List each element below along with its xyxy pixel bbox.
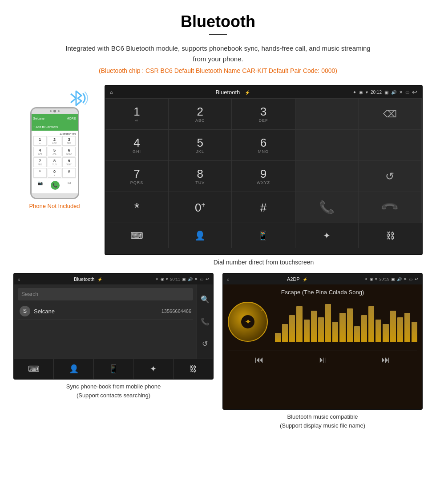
dial-key-6[interactable]: 6 MNO bbox=[232, 130, 295, 161]
main-content-area: Seicane MORE + Add to Contacts 135666644… bbox=[0, 85, 436, 266]
nav-bluetooth-icon[interactable]: ✦ bbox=[295, 223, 359, 248]
phonebook-main: Search S Seicane 13566664466 bbox=[14, 284, 197, 359]
dial-time: 20:12 bbox=[371, 90, 382, 95]
nav-contacts-icon[interactable]: 👤 bbox=[169, 223, 232, 248]
phonebook-status-bar: ⌂ Bluetooth ⚡ ✦◉▾ 20:11 ▣🔊✕▭↩ bbox=[14, 274, 213, 284]
loc-status-icon: ◉ bbox=[359, 90, 363, 95]
contact-phone: 13566664466 bbox=[161, 308, 191, 314]
music-playpause-button[interactable]: ⏯ bbox=[318, 355, 327, 365]
bottom-panels: ⌂ Bluetooth ⚡ ✦◉▾ 20:11 ▣🔊✕▭↩ bbox=[0, 273, 436, 430]
specs-line: (Bluetooth chip : CSR BC6 Default Blueto… bbox=[0, 67, 436, 74]
dial-status-bar: ⌂ Bluetooth ⚡ ✦ ◉ ▾ 20:12 ▣ 🔊 ✕ ▭ ↩ bbox=[105, 86, 422, 98]
phonebook-panel: ⌂ Bluetooth ⚡ ✦◉▾ 20:11 ▣🔊✕▭↩ bbox=[13, 273, 214, 430]
music-note-icon: ♪ bbox=[261, 306, 263, 312]
dial-caption: Dial number direct from touchscreen bbox=[105, 259, 423, 266]
bt-status-icon: ✦ bbox=[353, 90, 356, 95]
close-icon[interactable]: ✕ bbox=[399, 90, 403, 95]
phonebook-nav-bt[interactable]: ✦ bbox=[133, 359, 173, 379]
dial-key-7[interactable]: 7 PQRS bbox=[105, 161, 169, 192]
dial-key-star[interactable]: * bbox=[105, 192, 169, 223]
phonebook-nav-calls[interactable]: 📱 bbox=[94, 359, 133, 379]
dial-call-green-button[interactable]: 📞 bbox=[295, 192, 359, 223]
title-divider bbox=[209, 34, 227, 35]
phonebook-home-icon[interactable]: ⌂ bbox=[18, 277, 20, 282]
phonebook-nav-link[interactable]: ⛓ bbox=[174, 359, 213, 379]
window-icon[interactable]: ▭ bbox=[405, 90, 409, 95]
home-icon[interactable]: ⌂ bbox=[110, 89, 113, 95]
contact-name: Seicane bbox=[34, 308, 161, 315]
music-home-icon[interactable]: ⌂ bbox=[227, 277, 230, 282]
music-body: Escape (The Pina Colada Song) ✦ ♪ bbox=[223, 284, 422, 409]
svg-line-1 bbox=[71, 98, 76, 103]
phone-side: Seicane MORE + Add to Contacts 135666644… bbox=[13, 85, 96, 266]
dial-key-4[interactable]: 4 GHI bbox=[105, 130, 169, 161]
music-a2dp-label: A2DP bbox=[287, 276, 300, 282]
nav-calls-icon[interactable]: 📱 bbox=[232, 223, 295, 248]
dial-empty-6 bbox=[295, 161, 359, 192]
dial-key-9[interactable]: 9 WXYZ bbox=[232, 161, 295, 192]
svg-line-0 bbox=[71, 94, 76, 98]
volume-icon[interactable]: 🔊 bbox=[391, 90, 396, 95]
phonebook-search-bar[interactable]: Search bbox=[18, 288, 193, 300]
dial-key-hash[interactable]: # bbox=[232, 192, 295, 223]
dial-key-0[interactable]: 0+ bbox=[169, 192, 232, 223]
phonebook-time: 20:11 bbox=[170, 277, 180, 281]
music-song-title: Escape (The Pina Colada Song) bbox=[281, 289, 364, 296]
dial-screen: ⌂ Bluetooth ⚡ ✦ ◉ ▾ 20:12 ▣ 🔊 ✕ ▭ ↩ bbox=[105, 85, 423, 266]
nav-link-icon[interactable]: ⛓ bbox=[359, 223, 422, 248]
phonebook-search-placeholder: Search bbox=[21, 291, 190, 297]
phonebook-call-icon[interactable]: 📞 bbox=[201, 317, 210, 326]
dial-redial-button[interactable]: ↺ bbox=[359, 161, 422, 192]
phonebook-label: Bluetooth bbox=[74, 276, 94, 282]
dial-key-8[interactable]: 8 TUV bbox=[169, 161, 232, 192]
dial-key-1[interactable]: 1 ∞ bbox=[105, 99, 169, 130]
wifi-status-icon: ▾ bbox=[366, 90, 368, 95]
dial-key-3[interactable]: 3 DEF bbox=[232, 99, 295, 130]
phonebook-refresh-icon[interactable]: ↺ bbox=[202, 340, 208, 348]
music-panel: ⌂ A2DP ⚡ ✦◉▾ 20:15 ▣🔊✕▭↩ Escape (The Pin… bbox=[222, 273, 423, 430]
phone-not-included-label: Phone Not Included bbox=[29, 203, 80, 209]
music-spectrum bbox=[275, 302, 417, 342]
phone-mockup: Seicane MORE + Add to Contacts 135666644… bbox=[30, 107, 79, 199]
phonebook-screen: ⌂ Bluetooth ⚡ ✦◉▾ 20:11 ▣🔊✕▭↩ bbox=[13, 273, 214, 380]
dial-backspace-button[interactable]: ⌫ bbox=[359, 99, 422, 130]
dial-empty-5 bbox=[359, 130, 422, 161]
phonebook-nav: ⌨ 👤 📱 ✦ ⛓ bbox=[14, 359, 213, 379]
phonebook-nav-dialpad[interactable]: ⌨ bbox=[14, 359, 54, 379]
music-time: 20:15 bbox=[379, 277, 389, 281]
music-next-button[interactable]: ⏭ bbox=[381, 355, 390, 365]
dial-key-5[interactable]: 5 JKL bbox=[169, 130, 232, 161]
music-status-bar: ⌂ A2DP ⚡ ✦◉▾ 20:15 ▣🔊✕▭↩ bbox=[223, 274, 422, 284]
dial-device-screen: ⌂ Bluetooth ⚡ ✦ ◉ ▾ 20:12 ▣ 🔊 ✕ ▭ ↩ bbox=[105, 85, 423, 255]
phonebook-sidebar: 🔍 📞 ↺ bbox=[197, 284, 213, 359]
bt-music-icon: ✦ bbox=[245, 317, 251, 327]
music-prev-button[interactable]: ⏮ bbox=[255, 355, 264, 365]
music-caption: Bluetooth music compatible (Support disp… bbox=[222, 412, 423, 430]
nav-dialpad-icon[interactable]: ⌨ bbox=[105, 223, 169, 248]
dial-screen-label: Bluetooth bbox=[215, 89, 240, 96]
dial-key-2[interactable]: 2 ABC bbox=[169, 99, 232, 130]
music-controls: ⏮ ⏯ ⏭ bbox=[228, 351, 417, 368]
back-icon[interactable]: ↩ bbox=[412, 88, 417, 96]
page-title: Bluetooth bbox=[0, 0, 436, 34]
dial-call-red-button[interactable]: 📞 bbox=[359, 192, 422, 223]
phonebook-nav-contacts[interactable]: 👤 bbox=[54, 359, 93, 379]
phonebook-caption: Sync phone-book from mobile phone (Suppo… bbox=[13, 382, 214, 400]
dial-display-area bbox=[295, 99, 359, 130]
contact-row[interactable]: S Seicane 13566664466 bbox=[18, 303, 193, 320]
phonebook-search-icon[interactable]: 🔍 bbox=[201, 295, 210, 304]
camera-icon[interactable]: ▣ bbox=[384, 90, 388, 95]
page-subtitle: Integrated with BC6 Bluetooth module, su… bbox=[62, 43, 374, 64]
dial-pad-grid: 1 ∞ 2 ABC 3 DEF ⌫ 4 bbox=[105, 98, 422, 254]
phonebook-body-layout: Search S Seicane 13566664466 🔍 bbox=[14, 284, 213, 359]
bluetooth-signal-icon bbox=[65, 85, 91, 113]
dial-empty-4 bbox=[295, 130, 359, 161]
music-screen: ⌂ A2DP ⚡ ✦◉▾ 20:15 ▣🔊✕▭↩ Escape (The Pin… bbox=[222, 273, 423, 410]
music-main-area: ✦ ♪ bbox=[228, 302, 417, 342]
album-art: ✦ ♪ bbox=[228, 302, 268, 342]
contact-avatar: S bbox=[20, 306, 30, 316]
